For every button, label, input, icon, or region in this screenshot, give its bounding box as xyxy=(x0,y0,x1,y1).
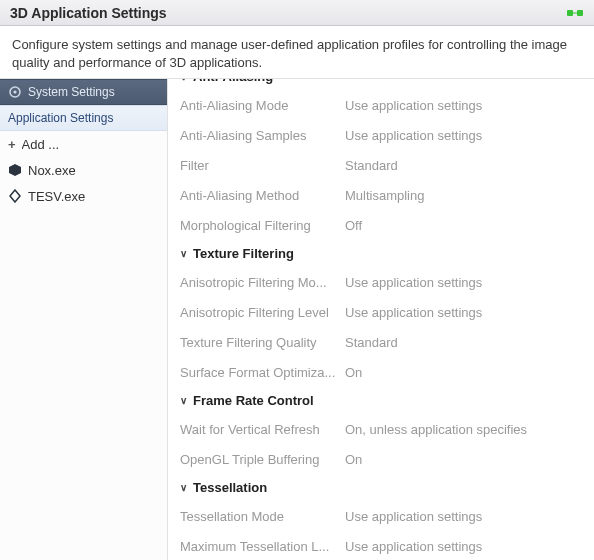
group-title: Frame Rate Control xyxy=(193,393,314,408)
settings-panel: ∨Anti-AliasingAnti-Aliasing ModeUse appl… xyxy=(168,79,594,560)
group-title: Anti-Aliasing xyxy=(193,79,273,84)
setting-value[interactable]: On xyxy=(345,365,582,380)
gear-icon xyxy=(8,85,22,99)
sidebar-section-system-settings[interactable]: System Settings xyxy=(0,79,167,105)
chevron-down-icon: ∨ xyxy=(180,79,187,82)
sidebar-app-label: Nox.exe xyxy=(28,163,76,178)
setting-label: Maximum Tessellation L... xyxy=(180,539,345,554)
sidebar-add-label: Add ... xyxy=(22,137,60,152)
title-bar: 3D Application Settings xyxy=(0,0,594,26)
plus-icon: + xyxy=(8,137,16,152)
setting-value[interactable]: Standard xyxy=(345,335,582,350)
setting-row[interactable]: Wait for Vertical RefreshOn, unless appl… xyxy=(168,414,594,444)
setting-value[interactable]: Standard xyxy=(345,158,582,173)
setting-label: Anti-Aliasing Method xyxy=(180,188,345,203)
setting-row[interactable]: OpenGL Triple BufferingOn xyxy=(168,444,594,474)
group-header[interactable]: ∨Tessellation xyxy=(168,474,594,501)
setting-label: Anti-Aliasing Mode xyxy=(180,98,345,113)
setting-label: Morphological Filtering xyxy=(180,218,345,233)
svg-point-4 xyxy=(13,91,16,94)
setting-value[interactable]: On, unless application specifies xyxy=(345,422,582,437)
settings-scroll-area[interactable]: ∨Anti-AliasingAnti-Aliasing ModeUse appl… xyxy=(168,79,594,560)
setting-row[interactable]: Morphological FilteringOff xyxy=(168,210,594,240)
setting-label: Surface Format Optimiza... xyxy=(180,365,345,380)
setting-row[interactable]: Tessellation ModeUse application setting… xyxy=(168,501,594,531)
setting-value[interactable]: Multisampling xyxy=(345,188,582,203)
page-title: 3D Application Settings xyxy=(10,5,167,21)
group-header[interactable]: ∨Anti-Aliasing xyxy=(168,79,594,90)
setting-value[interactable]: Use application settings xyxy=(345,509,582,524)
group-header[interactable]: ∨Texture Filtering xyxy=(168,240,594,267)
page-description: Configure system settings and manage use… xyxy=(0,26,594,79)
setting-row[interactable]: Surface Format Optimiza...On xyxy=(168,357,594,387)
setting-label: Anti-Aliasing Samples xyxy=(180,128,345,143)
svg-rect-2 xyxy=(573,12,577,14)
setting-label: Wait for Vertical Refresh xyxy=(180,422,345,437)
setting-value[interactable]: Use application settings xyxy=(345,305,582,320)
svg-marker-6 xyxy=(10,190,20,202)
svg-rect-0 xyxy=(567,10,573,16)
setting-label: OpenGL Triple Buffering xyxy=(180,452,345,467)
setting-row[interactable]: Texture Filtering QualityStandard xyxy=(168,327,594,357)
setting-row[interactable]: Anti-Aliasing MethodMultisampling xyxy=(168,180,594,210)
setting-label: Texture Filtering Quality xyxy=(180,335,345,350)
setting-label: Anisotropic Filtering Level xyxy=(180,305,345,320)
setting-row[interactable]: Anisotropic Filtering LevelUse applicati… xyxy=(168,297,594,327)
setting-row[interactable]: Maximum Tessellation L...Use application… xyxy=(168,531,594,560)
sidebar: System Settings Application Settings + A… xyxy=(0,79,168,560)
group-title: Texture Filtering xyxy=(193,246,294,261)
setting-value[interactable]: Use application settings xyxy=(345,539,582,554)
sidebar-app-item[interactable]: TESV.exe xyxy=(0,183,167,209)
sidebar-app-item[interactable]: Nox.exe xyxy=(0,157,167,183)
sidebar-section-label: System Settings xyxy=(28,85,115,99)
body: System Settings Application Settings + A… xyxy=(0,79,594,560)
svg-marker-5 xyxy=(9,164,21,176)
setting-label: Filter xyxy=(180,158,345,173)
app-icon-tesv xyxy=(8,189,22,203)
setting-value[interactable]: Use application settings xyxy=(345,98,582,113)
group-title: Tessellation xyxy=(193,480,267,495)
app-window: 3D Application Settings Configure system… xyxy=(0,0,594,560)
setting-row[interactable]: FilterStandard xyxy=(168,150,594,180)
sidebar-app-label: TESV.exe xyxy=(28,189,85,204)
app-icon-nox xyxy=(8,163,22,177)
gpu-status-icon[interactable] xyxy=(566,7,584,19)
setting-value[interactable]: On xyxy=(345,452,582,467)
setting-value[interactable]: Use application settings xyxy=(345,275,582,290)
group-header[interactable]: ∨Frame Rate Control xyxy=(168,387,594,414)
setting-row[interactable]: Anti-Aliasing SamplesUse application set… xyxy=(168,120,594,150)
setting-value[interactable]: Use application settings xyxy=(345,128,582,143)
chevron-down-icon: ∨ xyxy=(180,248,187,259)
chevron-down-icon: ∨ xyxy=(180,482,187,493)
svg-rect-1 xyxy=(577,10,583,16)
setting-value[interactable]: Off xyxy=(345,218,582,233)
sidebar-section-application-settings[interactable]: Application Settings xyxy=(0,105,167,131)
sidebar-add-profile[interactable]: + Add ... xyxy=(0,131,167,157)
setting-label: Anisotropic Filtering Mo... xyxy=(180,275,345,290)
setting-row[interactable]: Anisotropic Filtering Mo...Use applicati… xyxy=(168,267,594,297)
sidebar-section-label: Application Settings xyxy=(8,111,113,125)
chevron-down-icon: ∨ xyxy=(180,395,187,406)
setting-row[interactable]: Anti-Aliasing ModeUse application settin… xyxy=(168,90,594,120)
setting-label: Tessellation Mode xyxy=(180,509,345,524)
